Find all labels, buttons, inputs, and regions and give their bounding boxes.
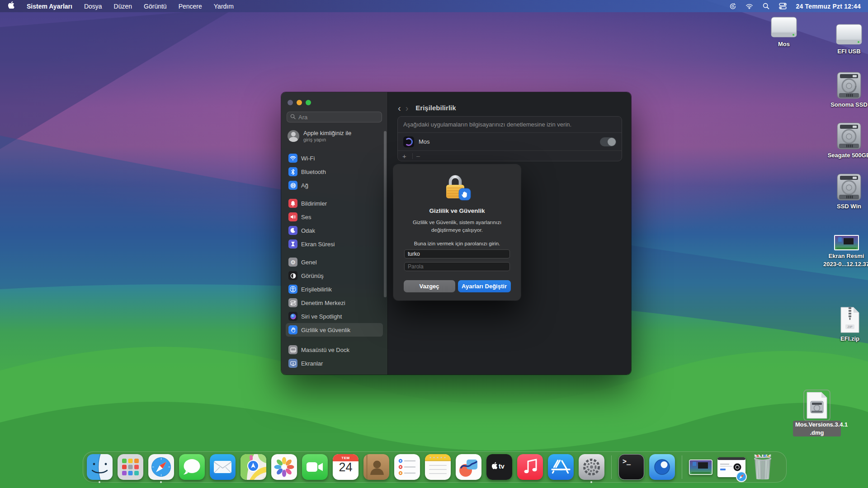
- mos-permission-toggle[interactable]: [600, 137, 616, 146]
- dock-photos[interactable]: [271, 454, 297, 480]
- menu-dosya[interactable]: Dosya: [79, 3, 107, 10]
- dock-freeform[interactable]: [456, 454, 481, 480]
- terminal-icon: >_: [618, 454, 644, 480]
- calendar-icon: TEM 24: [333, 454, 359, 480]
- desktop-icon-efi-zip[interactable]: ZIP EFI.zip: [824, 306, 868, 343]
- dock-system-settings[interactable]: [579, 454, 604, 480]
- sidebar-item-displays[interactable]: Ekranlar: [286, 357, 383, 370]
- sidebar-search[interactable]: [287, 112, 382, 122]
- mos-app-icon: [649, 454, 675, 480]
- dock-trash[interactable]: [750, 454, 775, 480]
- dock-terminal[interactable]: >_: [618, 454, 644, 480]
- apple-menu-icon[interactable]: [8, 1, 20, 11]
- content-title: Erişilebilirlik: [415, 104, 456, 112]
- menu-goruntu[interactable]: Görüntü: [139, 3, 172, 10]
- dock-messages[interactable]: [179, 454, 205, 480]
- menu-clock[interactable]: 24 Temmuz Pzt 12:44: [796, 3, 861, 10]
- add-app-button[interactable]: +: [402, 152, 412, 160]
- username-field[interactable]: [404, 249, 510, 258]
- dock-reminders[interactable]: [394, 454, 420, 480]
- zoom-button[interactable]: [306, 100, 311, 105]
- desktop-icon-mos-dmg[interactable]: Mos.Versions.3.4.1.dmg: [791, 391, 843, 436]
- dock-finder[interactable]: [87, 454, 113, 480]
- contrast-icon: [288, 271, 297, 280]
- dock-separator: [611, 455, 612, 479]
- dock-facetime[interactable]: [302, 454, 328, 480]
- running-indicator: [99, 481, 100, 483]
- accessibility-permission-group: Aşağıdaki uygulamaların bilgisayarınızı …: [397, 116, 622, 161]
- dock-apple-tv[interactable]: tv: [486, 454, 512, 480]
- apple-id-row[interactable]: Apple kimliğiniz ile giriş yapın: [286, 122, 383, 147]
- sidebar-item-screen-time[interactable]: Ekran Süresi: [286, 237, 383, 251]
- sidebar-item-notifications[interactable]: Bildirimler: [286, 197, 383, 210]
- bluetooth-icon: [288, 167, 297, 176]
- sidebar-item-sound[interactable]: Ses: [286, 210, 383, 224]
- sidebar-item-general[interactable]: ⚙ Genel: [286, 255, 383, 269]
- control-center-icon[interactable]: [779, 2, 787, 10]
- screenshot-thumbnail-icon: [834, 235, 859, 251]
- mos-sync-icon[interactable]: [729, 2, 736, 10]
- menu-yardim[interactable]: Yardım: [209, 3, 239, 10]
- minimized-screenshot-thumbnail: [689, 460, 712, 475]
- dock-contacts[interactable]: [363, 454, 389, 480]
- dock-minimized-safari-window[interactable]: [717, 454, 745, 480]
- sidebar-item-appearance[interactable]: Görünüş: [286, 269, 383, 282]
- dock-notes[interactable]: [425, 454, 451, 480]
- desktop-icon-sonoma-ssd[interactable]: Sonoma SSD: [823, 71, 868, 109]
- dock-minimized-screenshot[interactable]: [689, 454, 712, 480]
- dock-app-store[interactable]: [548, 454, 574, 480]
- sidebar-item-bluetooth[interactable]: Bluetooth: [286, 165, 383, 178]
- dock-calendar[interactable]: TEM 24: [333, 454, 359, 480]
- back-arrow-icon[interactable]: ‹: [398, 105, 401, 111]
- finder-icon: [87, 454, 113, 480]
- sidebar-item-focus[interactable]: Odak: [286, 224, 383, 237]
- zip-file-icon: ZIP: [839, 306, 861, 333]
- apple-tv-icon: tv: [486, 454, 512, 480]
- external-drive-icon: [835, 23, 863, 46]
- moon-icon: [288, 226, 297, 235]
- desktop-icon-mos[interactable]: Mos: [758, 16, 810, 48]
- desktop-icon-efi-usb[interactable]: EFI USB: [823, 23, 868, 56]
- dialog-instruction: Buna izin vermek için parolanızı girin.: [414, 241, 500, 246]
- freeform-icon: [456, 454, 481, 480]
- dmg-file-icon: [805, 391, 829, 419]
- accessibility-icon: [288, 285, 297, 294]
- sidebar-item-network[interactable]: Ağ: [286, 178, 383, 192]
- dock-mail[interactable]: [210, 454, 236, 480]
- dock-safari[interactable]: [148, 454, 174, 480]
- search-input[interactable]: [298, 114, 378, 121]
- confirm-button[interactable]: Ayarları Değiştir: [458, 280, 511, 292]
- menu-pencere[interactable]: Pencere: [174, 3, 207, 10]
- cancel-button[interactable]: Vazgeç: [404, 280, 455, 292]
- dock-maps[interactable]: [241, 454, 266, 480]
- desktop-icon-seagate[interactable]: Seagate 500GB: [823, 122, 868, 160]
- sidebar-item-privacy-security[interactable]: Gizlilik ve Güvenlik: [286, 323, 383, 337]
- remove-app-button[interactable]: –: [416, 152, 420, 160]
- spotlight-icon[interactable]: [762, 2, 770, 10]
- desktop-icon-ssd-win[interactable]: SSD Win: [823, 173, 868, 211]
- password-field[interactable]: [404, 262, 510, 271]
- menu-duzen[interactable]: Düzen: [109, 3, 137, 10]
- sidebar-item-control-center[interactable]: Denetim Merkezi: [286, 296, 383, 310]
- menu-app-name[interactable]: Sistem Ayarları: [22, 3, 77, 10]
- dock-music[interactable]: [517, 454, 543, 480]
- forward-arrow-icon[interactable]: ›: [406, 105, 409, 111]
- sidebar-item-desktop-dock[interactable]: Masaüstü ve Dock: [286, 343, 383, 357]
- sidebar-item-accessibility[interactable]: Erişilebilirlik: [286, 282, 383, 296]
- permission-description: Aşağıdaki uygulamaların bilgisayarınızı …: [398, 117, 622, 133]
- notes-icon: [425, 454, 451, 480]
- minimize-button[interactable]: [297, 100, 302, 105]
- sidebar-item-siri[interactable]: Siri ve Spotlight: [286, 310, 383, 323]
- desktop-icon-screenshot[interactable]: Ekran Resmi2023-0...12.12.37: [820, 235, 868, 268]
- window-controls: [286, 99, 383, 112]
- sidebar-item-wifi[interactable]: Wi-Fi: [286, 151, 383, 165]
- wifi-status-icon[interactable]: [745, 2, 753, 10]
- siri-icon: [288, 312, 297, 321]
- photos-icon: [271, 454, 297, 480]
- dock-mos-app[interactable]: [649, 454, 675, 480]
- close-button[interactable]: [288, 100, 293, 105]
- sidebar-scrollbar[interactable]: [384, 131, 387, 297]
- launchpad-icon: [118, 454, 143, 480]
- search-icon: [290, 113, 296, 121]
- dock-launchpad[interactable]: [118, 454, 143, 480]
